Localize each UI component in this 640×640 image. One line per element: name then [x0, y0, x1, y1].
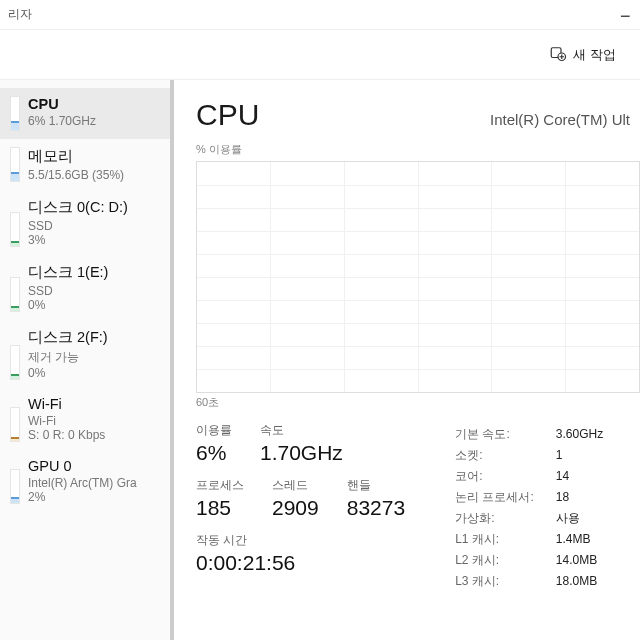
sidebar-item-label: 디스크 1(E:) — [28, 263, 160, 282]
sidebar-item-sub: SSD — [28, 284, 160, 298]
chart-xlabel: 60초 — [196, 395, 640, 410]
detail-logical: 논리 프로세서:18 — [455, 489, 625, 506]
window-header: 리자 — [0, 0, 640, 30]
detail-base-speed: 기본 속도:3.60GHz — [455, 426, 625, 443]
sidebar-item-third: 3% — [28, 233, 160, 247]
stat-processes: 프로세스 185 — [196, 477, 244, 520]
cpu-spark-icon — [10, 96, 20, 131]
sidebar-item-label: Wi-Fi — [28, 396, 160, 412]
stats-details: 기본 속도:3.60GHz 소켓:1 코어:14 논리 프로세서:18 가상화:… — [455, 422, 640, 594]
sidebar-item-disk1[interactable]: 디스크 1(E:) SSD 0% — [0, 255, 170, 320]
sidebar-item-third: S: 0 R: 0 Kbps — [28, 428, 160, 442]
sidebar-item-third: 0% — [28, 298, 160, 312]
wifi-spark-icon — [10, 396, 20, 442]
chart-ylabel: % 이용률 — [196, 142, 640, 157]
stat-handles: 핸들 83273 — [347, 477, 405, 520]
sidebar-item-wifi[interactable]: Wi-Fi Wi-Fi S: 0 R: 0 Kbps — [0, 388, 170, 450]
disk-spark-icon — [10, 198, 20, 247]
new-task-button[interactable]: 새 작업 — [541, 40, 624, 69]
sidebar-item-label: 메모리 — [28, 147, 160, 166]
stat-uptime: 작동 시간 0:00:21:56 — [196, 532, 405, 575]
toolbar: 새 작업 — [0, 30, 640, 80]
sidebar-item-sub: Wi-Fi — [28, 414, 160, 428]
detail-l1: L1 캐시:1.4MB — [455, 531, 625, 548]
sidebar-item-label: CPU — [28, 96, 160, 112]
stat-threads: 스레드 2909 — [272, 477, 319, 520]
cpu-usage-chart[interactable] — [196, 161, 640, 393]
window-title: 리자 — [8, 6, 32, 23]
sidebar-item-label: 디스크 2(F:) — [28, 328, 160, 347]
sidebar-item-label: 디스크 0(C: D:) — [28, 198, 160, 217]
memory-spark-icon — [10, 147, 20, 182]
detail-l2: L2 캐시:14.0MB — [455, 552, 625, 569]
stats-primary: 이용률 6% 속도 1.70GHz 프로세스 185 스레드 2 — [196, 422, 405, 594]
sidebar-item-disk2[interactable]: 디스크 2(F:) 제거 가능 0% — [0, 320, 170, 388]
stats: 이용률 6% 속도 1.70GHz 프로세스 185 스레드 2 — [196, 422, 640, 594]
sidebar-item-disk0[interactable]: 디스크 0(C: D:) SSD 3% — [0, 190, 170, 255]
page-title: CPU — [196, 98, 259, 132]
new-task-icon — [549, 44, 567, 65]
stat-utilization: 이용률 6% — [196, 422, 232, 465]
sidebar-item-sub: 6% 1.70GHz — [28, 114, 160, 128]
detail-l3: L3 캐시:18.0MB — [455, 573, 625, 590]
detail-cores: 코어:14 — [455, 468, 625, 485]
sidebar-item-sub: 제거 가능 — [28, 349, 160, 366]
disk-spark-icon — [10, 263, 20, 312]
main-header: CPU Intel(R) Core(TM) Ult — [196, 98, 640, 132]
sidebar-item-memory[interactable]: 메모리 5.5/15.6GB (35%) — [0, 139, 170, 190]
minimize-button[interactable] — [620, 14, 632, 16]
sidebar-item-cpu[interactable]: CPU 6% 1.70GHz — [0, 88, 170, 139]
sidebar-item-label: GPU 0 — [28, 458, 160, 474]
sidebar-item-gpu0[interactable]: GPU 0 Intel(R) Arc(TM) Gra 2% — [0, 450, 170, 512]
content: CPU 6% 1.70GHz 메모리 5.5/15.6GB (35%) 디스크 … — [0, 80, 640, 640]
sidebar-item-sub: SSD — [28, 219, 160, 233]
detail-sockets: 소켓:1 — [455, 447, 625, 464]
disk-spark-icon — [10, 328, 20, 380]
stat-speed: 속도 1.70GHz — [260, 422, 343, 465]
gpu-spark-icon — [10, 458, 20, 504]
sidebar-item-third: 0% — [28, 366, 160, 380]
detail-virtualization: 가상화:사용 — [455, 510, 625, 527]
main-panel: CPU Intel(R) Core(TM) Ult % 이용률 60초 이용률 … — [174, 80, 640, 640]
chart-grid — [197, 162, 639, 392]
sidebar-item-sub: 5.5/15.6GB (35%) — [28, 168, 160, 182]
cpu-model-name: Intel(R) Core(TM) Ult — [490, 111, 630, 128]
window-controls — [620, 14, 632, 16]
sidebar: CPU 6% 1.70GHz 메모리 5.5/15.6GB (35%) 디스크 … — [0, 80, 170, 640]
sidebar-item-sub: Intel(R) Arc(TM) Gra — [28, 476, 160, 490]
new-task-label: 새 작업 — [573, 46, 616, 64]
sidebar-item-third: 2% — [28, 490, 160, 504]
